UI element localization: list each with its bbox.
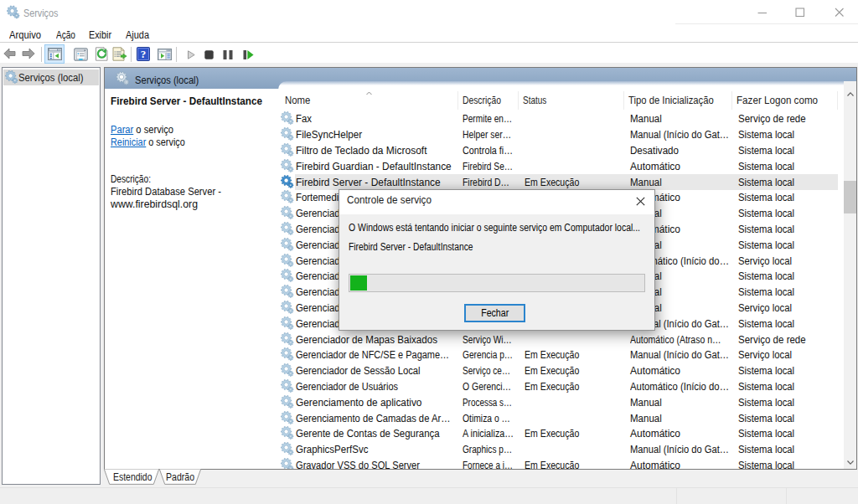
svg-text:?: ? (141, 48, 147, 60)
